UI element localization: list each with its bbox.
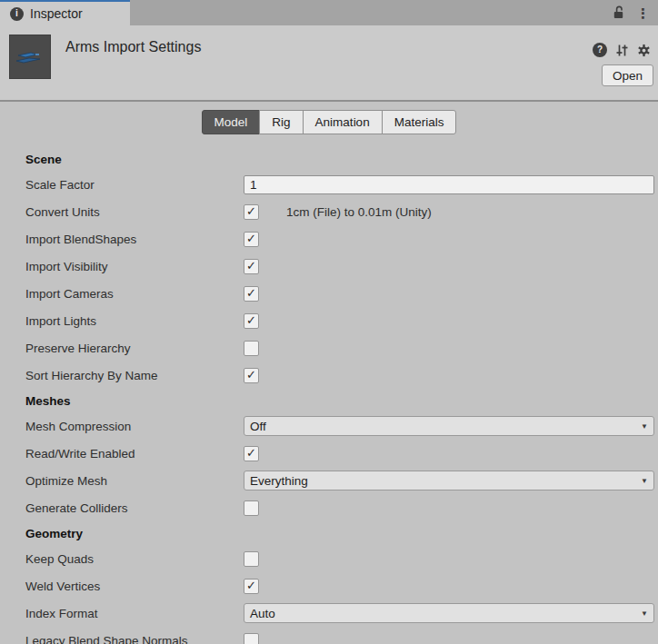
row-label: Mesh Compression <box>0 420 244 433</box>
help-icon[interactable]: ? <box>593 43 607 57</box>
checkbox[interactable]: ✓ <box>244 204 259 220</box>
dropdown[interactable]: Everything▼ <box>244 471 654 490</box>
row-label: Read/Write Enabled <box>0 447 244 461</box>
chevron-down-icon: ▼ <box>641 477 648 485</box>
settings-row: Import BlendShapes✓ <box>0 225 658 253</box>
settings-row: Index FormatAuto▼ <box>0 599 658 627</box>
check-icon: ✓ <box>246 260 256 272</box>
info-icon: i <box>10 7 24 21</box>
settings-row: Convert Units✓1cm (File) to 0.01m (Unity… <box>0 198 658 225</box>
checkbox[interactable]: ✓ <box>244 368 259 383</box>
asset-header: Arms Import Settings ? Open <box>0 25 658 100</box>
check-icon: ✓ <box>246 205 256 217</box>
gear-icon[interactable] <box>637 44 651 57</box>
checkbox[interactable]: ✓ <box>244 446 259 461</box>
model-tab-group: ModelRigAnimationMaterials <box>0 102 658 134</box>
check-icon: ✓ <box>246 369 256 381</box>
inspector-tab-label: Inspector <box>30 6 83 21</box>
dropdown[interactable]: Auto▼ <box>244 603 654 623</box>
open-button[interactable]: Open <box>602 64 653 86</box>
check-icon: ✓ <box>246 447 256 459</box>
tab-materials[interactable]: Materials <box>382 110 457 134</box>
settings-row: Optimize MeshEverything▼ <box>0 467 658 494</box>
settings-row: Import Lights✓ <box>0 307 658 334</box>
settings-row: Legacy Blend Shape Normals <box>0 627 658 644</box>
text-field[interactable] <box>244 175 654 194</box>
page-title: Arms Import Settings <box>65 39 201 55</box>
row-label: Generate Colliders <box>0 501 244 515</box>
row-label: Import Visibility <box>0 260 244 273</box>
row-label: Import Cameras <box>0 287 244 301</box>
row-label: Import BlendShapes <box>0 233 244 246</box>
settings-row: Mesh CompressionOff▼ <box>0 412 658 440</box>
check-icon: ✓ <box>246 580 256 591</box>
more-menu-icon[interactable]: ⋮ <box>636 6 650 20</box>
lock-icon[interactable] <box>613 5 624 20</box>
checkbox[interactable]: ✓ <box>244 286 259 302</box>
dropdown[interactable]: Off▼ <box>244 416 654 436</box>
check-icon: ✓ <box>246 233 256 244</box>
chevron-down-icon: ▼ <box>641 422 648 431</box>
tab-animation[interactable]: Animation <box>303 110 383 134</box>
settings-row: Sort Hierarchy By Name✓ <box>0 362 658 389</box>
tab-model[interactable]: Model <box>202 110 261 134</box>
settings-row: Generate Colliders <box>0 494 658 521</box>
checkbox[interactable] <box>244 633 259 644</box>
settings-row: Keep Quads <box>0 545 658 572</box>
settings-row: Import Visibility✓ <box>0 253 658 280</box>
row-label: Preserve Hierarchy <box>0 342 244 355</box>
section-header: Scene <box>0 147 658 171</box>
dropdown-value: Off <box>244 420 266 433</box>
settings-list: SceneScale FactorConvert Units✓1cm (File… <box>0 147 658 644</box>
checkbox[interactable]: ✓ <box>244 579 259 594</box>
section-header: Geometry <box>0 521 658 545</box>
checkbox[interactable] <box>244 551 259 567</box>
settings-row: Preserve Hierarchy <box>0 334 658 362</box>
row-label: Import Lights <box>0 314 244 328</box>
dropdown-value: Auto <box>244 607 275 620</box>
asset-thumbnail <box>9 35 51 79</box>
settings-row: Import Cameras✓ <box>0 280 658 307</box>
dropdown-value: Everything <box>244 474 308 488</box>
section-header: Meshes <box>0 389 658 412</box>
checkbox[interactable]: ✓ <box>244 313 259 329</box>
row-label: Scale Factor <box>0 178 244 192</box>
presets-icon[interactable] <box>615 44 629 57</box>
row-label: Weld Vertices <box>0 580 244 593</box>
dock-tabbar: i Inspector ⋮ <box>0 0 658 25</box>
settings-row: Read/Write Enabled✓ <box>0 440 658 467</box>
checkbox[interactable]: ✓ <box>244 232 259 247</box>
row-label: Optimize Mesh <box>0 474 244 488</box>
check-icon: ✓ <box>246 314 256 326</box>
checkbox[interactable] <box>244 341 259 356</box>
settings-row: Weld Vertices✓ <box>0 572 658 599</box>
check-icon: ✓ <box>246 287 256 299</box>
row-label: Keep Quads <box>0 552 244 566</box>
chevron-down-icon: ▼ <box>641 609 648 618</box>
row-label: Legacy Blend Shape Normals <box>0 634 244 644</box>
inspector-tab[interactable]: i Inspector <box>0 0 130 25</box>
row-note: 1cm (File) to 0.01m (Unity) <box>286 205 432 219</box>
row-label: Sort Hierarchy By Name <box>0 369 244 382</box>
checkbox[interactable]: ✓ <box>244 259 259 274</box>
row-label: Index Format <box>0 607 244 620</box>
import-settings-panel: ModelRigAnimationMaterials SceneScale Fa… <box>0 102 658 644</box>
settings-row: Scale Factor <box>0 171 658 198</box>
row-label: Convert Units <box>0 205 244 219</box>
tab-rig[interactable]: Rig <box>259 110 303 134</box>
checkbox[interactable] <box>244 500 259 516</box>
